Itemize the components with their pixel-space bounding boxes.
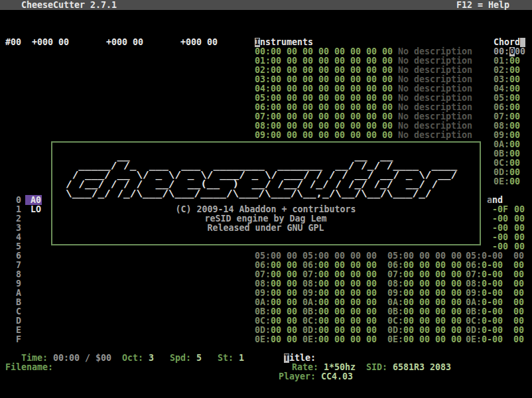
filtertable-row-label[interactable]: 05: — [387, 251, 403, 261]
instrument-row-label[interactable]: 08: — [255, 121, 271, 131]
chord-row-value[interactable]: 00 — [509, 112, 520, 121]
chord-row-label[interactable]: 01: — [494, 56, 509, 66]
chord-row-label[interactable]: 03: — [494, 75, 509, 84]
chord-row-label[interactable]: 04: — [494, 84, 509, 94]
pulsetable-row-values[interactable]: 00 00 00 00 — [318, 279, 377, 289]
speedtable-row-value2[interactable]: 00 — [513, 251, 524, 261]
wavetable-row-label[interactable]: 08: — [255, 279, 271, 289]
speedtable-row-value2[interactable]: 00 — [513, 307, 524, 316]
instrument-row-values[interactable]: 00 00 00 00 00 00 00 00 — [271, 66, 393, 75]
filtertable-row-label[interactable]: 0D: — [387, 326, 403, 335]
instrument-row-desc[interactable]: No description — [398, 131, 472, 140]
wavetable-row-label[interactable]: 0D: — [255, 326, 271, 335]
wavetable-row-values[interactable]: 00 00 — [271, 298, 297, 307]
speedtable-row-value2[interactable]: 00 — [513, 335, 524, 344]
instrument-row-desc[interactable]: No description — [398, 56, 472, 66]
wavetable-row-values[interactable]: 00 00 — [271, 326, 297, 335]
chord-row-label[interactable]: 05: — [494, 94, 509, 103]
instrument-row-label[interactable]: 00: — [255, 47, 271, 56]
chord-row-label[interactable]: 09: — [494, 131, 509, 140]
track3-header[interactable]: +000 00 — [180, 38, 218, 47]
filtertable-row-values[interactable]: 00 00 00 00 — [403, 279, 462, 289]
instrument-row-label[interactable]: 03: — [255, 75, 271, 84]
speedtable-row-label[interactable]: 08: — [466, 279, 482, 289]
sid-value[interactable]: 6581R3 2083 — [393, 363, 451, 372]
chord-row-label[interactable]: 0D: — [494, 168, 509, 177]
fragment-value[interactable]: 00 — [514, 233, 525, 242]
chord-row-value[interactable]: 00 — [509, 103, 520, 112]
wavetable-row-label[interactable]: 06: — [255, 261, 271, 270]
track2-header[interactable]: +000 00 — [106, 38, 143, 47]
chord-row-label[interactable]: 07: — [494, 112, 509, 121]
chord-row-value[interactable]: 00 — [509, 94, 520, 103]
instrument-row-label[interactable]: 09: — [255, 131, 271, 140]
instrument-row-values[interactable]: 00 00 00 00 00 00 00 00 — [271, 103, 393, 112]
pulsetable-row-values[interactable]: 00 00 00 00 — [318, 289, 377, 298]
speedtable-row-value1[interactable]: 0-00 — [482, 251, 503, 261]
pulsetable-row-values[interactable]: 00 00 00 00 — [318, 251, 377, 261]
instrument-row-values[interactable]: 00 00 00 00 00 00 00 00 — [271, 94, 393, 103]
speed-value[interactable]: 5 — [196, 354, 202, 363]
filtertable-row-values[interactable]: 00 00 00 00 — [403, 326, 462, 335]
fragment-value[interactable]: 00 — [514, 224, 525, 233]
instrument-row-values[interactable]: 00 00 00 00 00 00 00 00 — [271, 121, 393, 131]
chord-row-label[interactable]: 0B: — [494, 149, 509, 159]
chord-row-label[interactable]: 08: — [494, 121, 509, 131]
instrument-row-desc[interactable]: No description — [398, 84, 472, 94]
chord-row-label[interactable]: 00: — [494, 47, 509, 56]
fragment-value[interactable]: 00 — [514, 205, 525, 214]
fragment-transpose-value[interactable]: -00 — [492, 224, 508, 233]
filtertable-row-values[interactable]: 00 00 00 00 — [403, 289, 462, 298]
chord-cursor-cell[interactable]: 0 — [509, 47, 515, 56]
chord-row-value[interactable]: 00 — [509, 168, 520, 177]
filtertable-row-values[interactable]: 00 00 00 00 — [403, 270, 462, 279]
fragment-transpose-value[interactable]: -00 — [492, 242, 508, 251]
filtertable-row-label[interactable]: 0A: — [387, 298, 403, 307]
speedtable-row-value1[interactable]: 0-00 — [482, 261, 503, 270]
instrument-row-desc[interactable]: No description — [398, 103, 472, 112]
wavetable-row-label[interactable]: 0A: — [255, 298, 271, 307]
filtertable-row-values[interactable]: 00 00 00 00 — [403, 316, 462, 326]
pulsetable-row-label[interactable]: 07: — [302, 270, 318, 279]
chord-row-value[interactable]: 00 — [509, 121, 520, 131]
instrument-row-values[interactable]: 00 00 00 00 00 00 00 00 — [271, 131, 393, 140]
speedtable-row-value2[interactable]: 00 — [513, 326, 524, 335]
wavetable-row-values[interactable]: 00 00 — [271, 251, 297, 261]
wavetable-row-values[interactable]: 00 00 — [271, 279, 297, 289]
speedtable-row-value2[interactable]: 00 — [513, 298, 524, 307]
speedtable-row-value1[interactable]: 0-00 — [482, 279, 503, 289]
filtertable-row-values[interactable]: 00 00 00 00 — [403, 335, 462, 344]
speedtable-row-value1[interactable]: 0-00 — [482, 270, 503, 279]
chord-title-cursor[interactable] — [520, 38, 525, 47]
chord-row-value[interactable]: 00 — [515, 47, 525, 56]
filtertable-row-values[interactable]: 00 00 00 00 — [403, 307, 462, 316]
order-entry-current[interactable]: A0 — [31, 196, 41, 205]
speedtable-row-value1[interactable]: 0-00 — [482, 326, 503, 335]
pulsetable-row-values[interactable]: 00 00 00 00 — [318, 335, 377, 344]
instrument-row-label[interactable]: 05: — [255, 94, 271, 103]
pulsetable-row-label[interactable]: 06: — [302, 261, 318, 270]
instrument-row-label[interactable]: 07: — [255, 112, 271, 121]
filtertable-row-values[interactable]: 00 00 00 00 — [403, 261, 462, 270]
wavetable-row-values[interactable]: 00 00 — [271, 316, 297, 326]
speedtable-row-label[interactable]: 0D: — [466, 326, 482, 335]
track1-header[interactable]: +000 00 — [32, 38, 69, 47]
instrument-row-desc[interactable]: No description — [398, 66, 472, 75]
speedtable-row-label[interactable]: 0C: — [466, 316, 482, 326]
pulsetable-row-values[interactable]: 00 00 00 00 — [318, 307, 377, 316]
instrument-row-values[interactable]: 00 00 00 00 00 00 00 00 — [271, 75, 393, 84]
wavetable-row-values[interactable]: 00 00 — [271, 307, 297, 316]
fragment-transpose-value[interactable]: -0F — [492, 205, 508, 214]
speedtable-row-value2[interactable]: 00 — [513, 316, 524, 326]
instruments-cursor[interactable]: I — [255, 38, 260, 47]
wavetable-row-label[interactable]: 07: — [255, 270, 271, 279]
wavetable-row-values[interactable]: 00 00 — [271, 335, 297, 344]
wavetable-row-label[interactable]: 05: — [255, 251, 271, 261]
player-value[interactable]: CC4.03 — [321, 372, 353, 381]
chord-row-value[interactable]: 00 — [509, 56, 520, 66]
instrument-row-desc[interactable]: No description — [398, 121, 472, 131]
pulsetable-row-label[interactable]: 0A: — [302, 298, 318, 307]
filtertable-row-label[interactable]: 06: — [387, 261, 403, 270]
speedtable-row-label[interactable]: 0A: — [466, 298, 482, 307]
instrument-row-values[interactable]: 00 00 00 00 00 00 00 00 — [271, 84, 393, 94]
